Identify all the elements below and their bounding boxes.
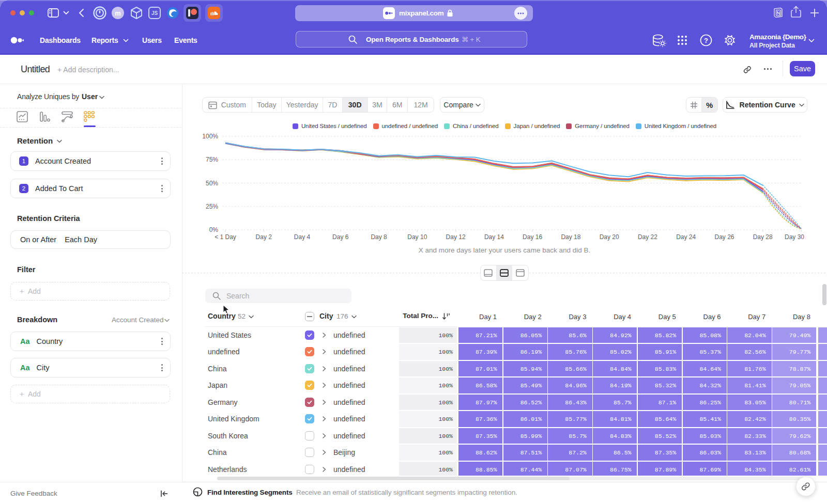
svg-text:Day 26: Day 26 — [714, 233, 734, 241]
svg-text:0%: 0% — [209, 226, 219, 233]
svg-text:Day 18: Day 18 — [561, 233, 580, 241]
svg-text:Day 16: Day 16 — [523, 233, 542, 241]
svg-text:Day 4: Day 4 — [294, 233, 311, 241]
svg-text:Day 24: Day 24 — [676, 233, 696, 241]
svg-text:50%: 50% — [206, 180, 218, 187]
svg-text:Day 2: Day 2 — [256, 233, 272, 241]
svg-text:Day 6: Day 6 — [332, 233, 349, 241]
svg-text:Day 22: Day 22 — [638, 233, 657, 241]
svg-text:Day 28: Day 28 — [753, 233, 773, 241]
svg-text:Day 20: Day 20 — [600, 233, 619, 241]
svg-text:< 1 Day: < 1 Day — [215, 233, 236, 241]
svg-text:Day 30: Day 30 — [785, 233, 804, 241]
svg-text:Day 12: Day 12 — [446, 233, 466, 241]
svg-text:Day 10: Day 10 — [407, 233, 427, 241]
svg-text:100%: 100% — [202, 133, 218, 140]
svg-text:Day 14: Day 14 — [484, 233, 504, 241]
svg-text:Day 8: Day 8 — [371, 233, 387, 241]
svg-text:25%: 25% — [206, 203, 218, 210]
svg-text:75%: 75% — [206, 156, 218, 163]
